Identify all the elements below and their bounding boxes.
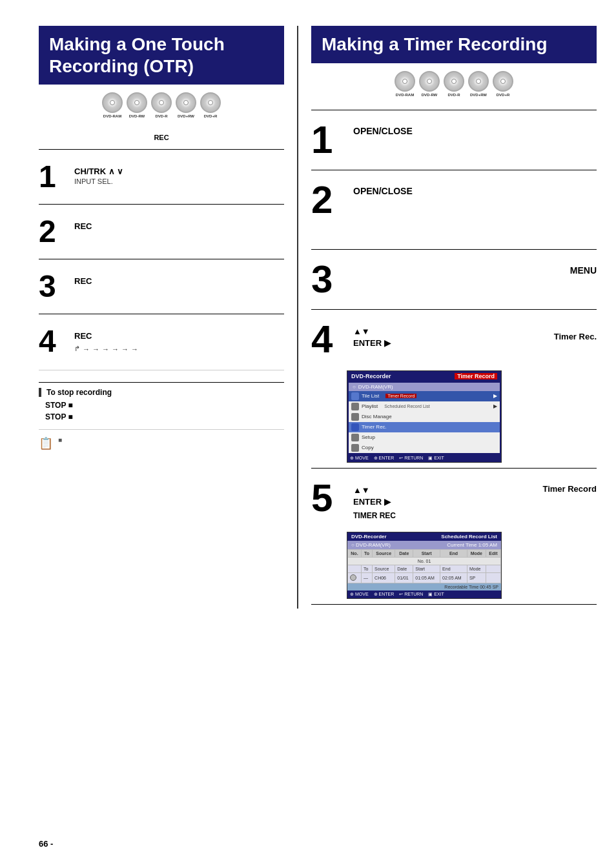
sched-table-header-row: No. To Source Date Start End Mode Edit	[348, 549, 501, 557]
sched-no-label: No. 01	[348, 557, 501, 565]
right-step4-controls: ▲▼ ENTER ▶	[353, 325, 391, 348]
page-container: Making a One Touch Recording (OTR) DVD-R…	[0, 0, 616, 868]
right-disc-dvd-plusrw: DVD+RW	[468, 71, 489, 97]
menu-sched-record-sub: Scheduled Record List	[384, 404, 429, 409]
left-step4-row: 4 REC ↱ → → → → → →	[39, 319, 284, 363]
note-text: ■	[58, 436, 62, 443]
sched-dvd-row: ○ DVD-RAM(VR) Current Time 1:05 AM	[347, 541, 501, 549]
sched-header-right: Scheduled Record List	[441, 534, 497, 540]
left-disc-icons: DVD-RAM DVD-RW DVD-R DVD+RW DVD+R	[39, 92, 284, 118]
right-step2-content: OPEN/CLOSE	[353, 181, 597, 196]
left-step2-divider	[39, 204, 284, 205]
menu-dvd-icon: ○	[353, 384, 356, 390]
disc-dvd-rw: DVD-RW	[127, 92, 147, 118]
right-bottom-divider	[311, 604, 597, 605]
right-step3-divider	[311, 249, 597, 250]
menu-item-icon-4	[351, 423, 359, 431]
right-disc-dvd-ram: DVD-RAM	[395, 71, 415, 97]
right-step2-action: OPEN/CLOSE	[353, 186, 597, 196]
left-column: Making a One Touch Recording (OTR) DVD-R…	[39, 26, 284, 609]
right-disc-dvd-r-label: DVD-R	[448, 93, 460, 97]
disc-dvd-ram-circle	[102, 92, 123, 113]
sched-val-to: —	[361, 572, 372, 583]
left-step-4-section: 4 REC ↱ → → → → → →	[39, 314, 284, 363]
right-step5-timer-label: Timer Record	[542, 484, 597, 494]
arrow-4: →	[102, 345, 109, 353]
menu-submenu: ○ DVD-RAM(VR) Tile List Timer Record ▶ P…	[349, 383, 500, 453]
right-step4-controls-row: ▲▼ ENTER ▶ Timer Rec.	[353, 325, 597, 348]
menu-header: DVD-Recorder Timer Record	[347, 371, 501, 381]
sched-footer-return: ↩ RETURN	[399, 592, 423, 597]
sched-data-start-header: Start	[413, 565, 440, 572]
spacer-2	[311, 226, 597, 245]
menu-dvd-row: ○ DVD-RAM(VR)	[349, 383, 500, 391]
left-step4-arrows: ↱ → → → → → →	[74, 345, 284, 353]
right-step4-enter: ENTER ▶	[353, 338, 391, 348]
left-step3-number: 3	[39, 271, 68, 302]
sched-data-end-header: End	[440, 565, 467, 572]
menu-header-title: DVD-Recorder	[351, 373, 391, 379]
sched-data-to-header: To	[361, 565, 372, 572]
left-step1-content: CH/TRK ∧ ∨ INPUT SEL.	[74, 161, 284, 185]
right-disc-dvd-rw-label: DVD-RW	[422, 93, 438, 97]
right-step1-divider	[311, 110, 597, 110]
disc-dvd-r-label: DVD-R	[156, 114, 168, 118]
disc-dvd-rw-label: DVD-RW	[129, 114, 145, 118]
disc-dvd-plusrw-circle	[176, 92, 196, 113]
arrow-1: ↱	[74, 345, 80, 353]
right-step3-row: 3 MENU	[311, 254, 597, 305]
menu-item-icon-5	[351, 434, 359, 441]
sched-footer-enter: ⊕ ENTER	[374, 592, 395, 597]
right-step1-content: OPEN/CLOSE	[353, 121, 597, 136]
right-step3-menu-label-container: MENU	[353, 265, 597, 276]
disc-dvd-ram-label: DVD-RAM	[103, 114, 121, 118]
left-step-1-section: REC 1 CH/TRK ∧ ∨ INPUT SEL.	[39, 131, 284, 199]
sched-col-no: No.	[348, 549, 362, 557]
arrow-2: →	[83, 345, 90, 353]
right-disc-dvd-r-circle	[444, 71, 464, 92]
sched-no-row: No. 01	[348, 557, 501, 565]
menu-item-icon-1	[351, 392, 359, 400]
sched-col-start: Start	[413, 549, 440, 557]
sched-data-no	[348, 565, 362, 572]
right-disc-dvd-rw-circle	[419, 71, 440, 92]
sched-col-mode: Mode	[467, 549, 486, 557]
menu-arrow-1: ▶	[493, 393, 497, 399]
menu-item-tile-list: Tile List Timer Record ▶	[349, 391, 500, 401]
stop-action-2: STOP ■	[45, 412, 73, 421]
sched-data-mode-header: Mode	[467, 565, 486, 572]
right-step3-number: 3	[311, 260, 347, 299]
menu-item-icon-6	[351, 444, 359, 452]
sched-current-time: Current Time 1:05 AM	[447, 542, 497, 548]
menu-item-label-6: Copy	[362, 445, 374, 450]
left-step1-prelabel: REC	[39, 131, 284, 144]
menu-dvd-label: DVD-RAM(VR)	[358, 384, 393, 390]
sched-nav-footer: ⊕ MOVE ⊕ ENTER ↩ RETURN ▣ EXIT	[347, 590, 501, 598]
sched-val-disc	[348, 572, 362, 583]
menu-item-label-3: Disc Manage	[362, 414, 392, 419]
right-step1-row: 1 OPEN/CLOSE	[311, 114, 597, 166]
right-disc-icons: DVD-RAM DVD-RW DVD-R DVD+RW DVD+R	[311, 71, 597, 97]
sched-screenshot: DVD-Recorder Scheduled Record List ○ DVD…	[347, 532, 502, 599]
right-disc-dvd-plusr: DVD+R	[493, 71, 513, 97]
disc-dvd-r-circle	[151, 92, 172, 113]
sched-col-edit: Edit	[486, 549, 500, 557]
sched-dvd-label: ○ DVD-RAM(VR)	[351, 542, 391, 548]
right-step3-content: MENU	[353, 260, 597, 276]
menu-item-setup: Setup	[349, 432, 500, 443]
right-disc-dvd-rw: DVD-RW	[419, 71, 440, 97]
right-step4-divider	[311, 309, 597, 310]
disc-dvd-plusr: DVD+R	[200, 92, 221, 118]
disc-dvd-ram: DVD-RAM	[102, 92, 123, 118]
menu-item-label-2: Playlist	[362, 403, 378, 409]
right-disc-dvd-ram-circle	[395, 71, 415, 92]
stop-row-2: STOP ■	[39, 412, 284, 421]
right-disc-dvd-ram-label: DVD-RAM	[396, 93, 414, 97]
sched-col-to: To	[361, 549, 372, 557]
arrow-5: →	[112, 345, 119, 353]
arrow-6: →	[121, 345, 128, 353]
menu-footer-move: ⊕ MOVE	[350, 456, 369, 461]
disc-dvd-plusr-circle	[200, 92, 221, 113]
menu-footer-return: ↩ RETURN	[399, 456, 423, 461]
menu-arrow-2: ▶	[493, 403, 497, 409]
